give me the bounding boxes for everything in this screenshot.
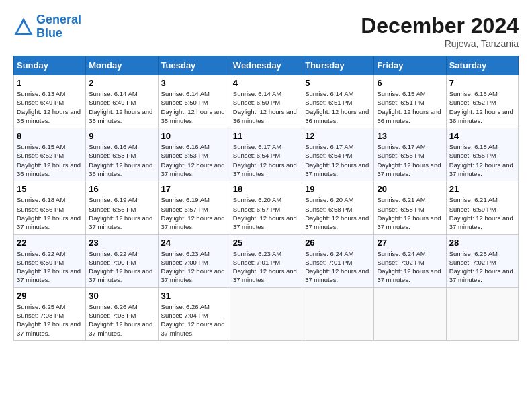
logo-text: General Blue [36,13,81,40]
day-info: Sunrise: 6:13 AM Sunset: 6:49 PM Dayligh… [17,89,83,125]
day-info: Sunrise: 6:18 AM Sunset: 6:55 PM Dayligh… [449,142,515,178]
weekday-header: Wednesday [230,56,302,75]
calendar-cell: 30 Sunrise: 6:26 AM Sunset: 7:03 PM Dayl… [86,287,158,340]
day-info: Sunrise: 6:22 AM Sunset: 7:00 PM Dayligh… [89,249,154,285]
logo-icon [13,17,34,37]
calendar-week-row: 1 Sunrise: 6:13 AM Sunset: 6:49 PM Dayli… [14,75,519,128]
calendar-cell: 19 Sunrise: 6:20 AM Sunset: 6:58 PM Dayl… [302,181,374,234]
calendar-cell: 11 Sunrise: 6:17 AM Sunset: 6:54 PM Dayl… [230,128,302,181]
day-number: 4 [233,78,299,88]
calendar-cell: 6 Sunrise: 6:15 AM Sunset: 6:51 PM Dayli… [374,75,446,128]
day-info: Sunrise: 6:14 AM Sunset: 6:51 PM Dayligh… [305,89,371,125]
day-info: Sunrise: 6:14 AM Sunset: 6:50 PM Dayligh… [161,89,227,125]
calendar-cell: 1 Sunrise: 6:13 AM Sunset: 6:49 PM Dayli… [14,75,86,128]
day-number: 31 [161,291,227,301]
calendar-cell: 27 Sunrise: 6:24 AM Sunset: 7:02 PM Dayl… [374,234,446,287]
location: Rujewa, Tanzania [361,38,519,49]
day-info: Sunrise: 6:18 AM Sunset: 6:56 PM Dayligh… [17,195,83,231]
day-info: Sunrise: 6:15 AM Sunset: 6:51 PM Dayligh… [377,89,443,125]
day-number: 27 [377,238,443,248]
calendar-cell: 4 Sunrise: 6:14 AM Sunset: 6:50 PM Dayli… [230,75,302,128]
weekday-header: Monday [86,56,158,75]
day-number: 9 [89,131,154,141]
day-number: 23 [89,238,154,248]
calendar-cell: 2 Sunrise: 6:14 AM Sunset: 6:49 PM Dayli… [86,75,158,128]
calendar-cell: 7 Sunrise: 6:15 AM Sunset: 6:52 PM Dayli… [446,75,518,128]
day-number: 19 [305,184,371,194]
calendar-cell [230,287,302,340]
calendar-cell: 22 Sunrise: 6:22 AM Sunset: 6:59 PM Dayl… [14,234,86,287]
calendar-cell: 10 Sunrise: 6:16 AM Sunset: 6:53 PM Dayl… [158,128,230,181]
calendar-week-row: 15 Sunrise: 6:18 AM Sunset: 6:56 PM Dayl… [14,181,519,234]
calendar-cell: 15 Sunrise: 6:18 AM Sunset: 6:56 PM Dayl… [14,181,86,234]
day-info: Sunrise: 6:17 AM Sunset: 6:54 PM Dayligh… [233,142,299,178]
day-number: 14 [449,131,515,141]
month-title: December 2024 [361,13,519,38]
weekday-header: Tuesday [158,56,230,75]
day-number: 12 [305,131,371,141]
day-number: 30 [89,291,154,301]
calendar-cell: 23 Sunrise: 6:22 AM Sunset: 7:00 PM Dayl… [86,234,158,287]
day-number: 8 [17,131,83,141]
day-number: 24 [161,238,227,248]
day-info: Sunrise: 6:24 AM Sunset: 7:02 PM Dayligh… [377,249,443,285]
day-number: 6 [377,78,443,88]
day-number: 22 [17,238,83,248]
calendar-week-row: 22 Sunrise: 6:22 AM Sunset: 6:59 PM Dayl… [14,234,519,287]
day-number: 18 [233,184,299,194]
calendar-week-row: 29 Sunrise: 6:25 AM Sunset: 7:03 PM Dayl… [14,287,519,340]
day-info: Sunrise: 6:22 AM Sunset: 6:59 PM Dayligh… [17,249,83,285]
calendar-week-row: 8 Sunrise: 6:15 AM Sunset: 6:52 PM Dayli… [14,128,519,181]
day-info: Sunrise: 6:17 AM Sunset: 6:54 PM Dayligh… [305,142,371,178]
page-header: General Blue December 2024 Rujewa, Tanza… [13,13,519,49]
calendar-cell: 31 Sunrise: 6:26 AM Sunset: 7:04 PM Dayl… [158,287,230,340]
day-number: 25 [233,238,299,248]
weekday-header: Thursday [302,56,374,75]
calendar-cell: 9 Sunrise: 6:16 AM Sunset: 6:53 PM Dayli… [86,128,158,181]
weekday-header: Saturday [446,56,518,75]
title-block: December 2024 Rujewa, Tanzania [361,13,519,49]
day-info: Sunrise: 6:25 AM Sunset: 7:02 PM Dayligh… [449,249,515,285]
day-number: 7 [449,78,515,88]
calendar-cell: 5 Sunrise: 6:14 AM Sunset: 6:51 PM Dayli… [302,75,374,128]
day-info: Sunrise: 6:14 AM Sunset: 6:50 PM Dayligh… [233,89,299,125]
day-info: Sunrise: 6:17 AM Sunset: 6:55 PM Dayligh… [377,142,443,178]
weekday-header: Friday [374,56,446,75]
calendar-cell: 29 Sunrise: 6:25 AM Sunset: 7:03 PM Dayl… [14,287,86,340]
day-info: Sunrise: 6:20 AM Sunset: 6:57 PM Dayligh… [233,195,299,231]
day-number: 10 [161,131,227,141]
calendar-cell [374,287,446,340]
weekday-header: Sunday [14,56,86,75]
day-number: 2 [89,78,154,88]
day-info: Sunrise: 6:20 AM Sunset: 6:58 PM Dayligh… [305,195,371,231]
day-number: 26 [305,238,371,248]
calendar-cell [446,287,518,340]
day-info: Sunrise: 6:23 AM Sunset: 7:01 PM Dayligh… [233,249,299,285]
day-number: 17 [161,184,227,194]
calendar-cell: 25 Sunrise: 6:23 AM Sunset: 7:01 PM Dayl… [230,234,302,287]
calendar-cell: 14 Sunrise: 6:18 AM Sunset: 6:55 PM Dayl… [446,128,518,181]
day-info: Sunrise: 6:15 AM Sunset: 6:52 PM Dayligh… [449,89,515,125]
day-info: Sunrise: 6:19 AM Sunset: 6:57 PM Dayligh… [161,195,227,231]
day-info: Sunrise: 6:14 AM Sunset: 6:49 PM Dayligh… [89,89,154,125]
calendar-cell: 17 Sunrise: 6:19 AM Sunset: 6:57 PM Dayl… [158,181,230,234]
day-info: Sunrise: 6:26 AM Sunset: 7:03 PM Dayligh… [89,302,154,338]
day-number: 3 [161,78,227,88]
calendar-cell: 3 Sunrise: 6:14 AM Sunset: 6:50 PM Dayli… [158,75,230,128]
day-number: 20 [377,184,443,194]
day-number: 15 [17,184,83,194]
logo: General Blue [13,13,81,40]
day-number: 28 [449,238,515,248]
day-info: Sunrise: 6:24 AM Sunset: 7:01 PM Dayligh… [305,249,371,285]
day-info: Sunrise: 6:15 AM Sunset: 6:52 PM Dayligh… [17,142,83,178]
calendar-table: SundayMondayTuesdayWednesdayThursdayFrid… [13,56,519,341]
day-number: 1 [17,78,83,88]
calendar-cell: 24 Sunrise: 6:23 AM Sunset: 7:00 PM Dayl… [158,234,230,287]
day-info: Sunrise: 6:23 AM Sunset: 7:00 PM Dayligh… [161,249,227,285]
day-number: 13 [377,131,443,141]
calendar-cell [302,287,374,340]
day-number: 11 [233,131,299,141]
day-info: Sunrise: 6:19 AM Sunset: 6:56 PM Dayligh… [89,195,154,231]
day-info: Sunrise: 6:26 AM Sunset: 7:04 PM Dayligh… [161,302,227,338]
calendar-cell: 13 Sunrise: 6:17 AM Sunset: 6:55 PM Dayl… [374,128,446,181]
